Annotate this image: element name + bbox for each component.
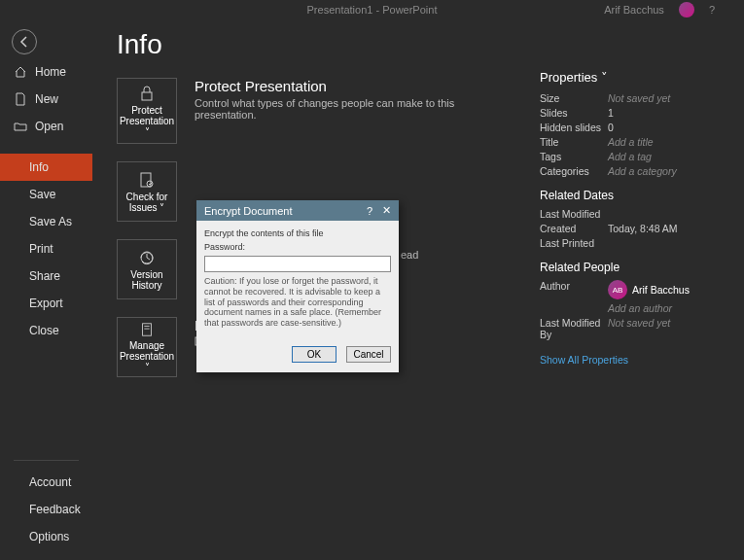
sidebar-item-open[interactable]: Open [0, 113, 92, 140]
dialog-title: Encrypt Document [204, 205, 367, 217]
history-icon [138, 249, 156, 266]
author-pill[interactable]: AB Arif Bacchus [608, 280, 690, 299]
dialog-titlebar[interactable]: Encrypt Document ? ✕ [196, 200, 399, 221]
sidebar-item-info[interactable]: Info [0, 154, 92, 181]
sidebar-item-label: New [35, 92, 58, 106]
section-desc: Control what types of changes people can… [195, 97, 511, 121]
sidebar-item-new[interactable]: New [0, 86, 92, 113]
arrow-left-icon [18, 35, 31, 49]
show-all-properties-link[interactable]: Show All Properties [540, 354, 628, 366]
prop-value: Not saved yet [608, 92, 670, 104]
svg-point-2 [147, 181, 153, 187]
ok-button[interactable]: OK [292, 346, 337, 363]
sidebar: Home New Open Info Save Save As Print Sh… [0, 19, 92, 560]
prop-value: 0 [608, 122, 614, 133]
prop-label: Hidden slides [540, 122, 608, 133]
add-category-button[interactable]: Add a category [608, 165, 677, 177]
author-name: Arif Bacchus [632, 284, 690, 296]
add-title-button[interactable]: Add a title [608, 136, 654, 148]
caution-text: Caution: If you lose or forget the passw… [204, 276, 391, 329]
sidebar-item-label: Open [35, 120, 63, 133]
sidebar-item-label: Close [29, 324, 59, 337]
sidebar-item-label: Home [35, 65, 66, 79]
sidebar-item-label: Share [29, 269, 60, 283]
sidebar-item-save[interactable]: Save [0, 181, 92, 208]
add-tag-button[interactable]: Add a tag [608, 151, 652, 162]
page-title: Info [117, 29, 511, 60]
prop-label: Last Modified By [540, 317, 608, 340]
prop-label: Tags [540, 151, 608, 162]
prop-label: Last Modified [540, 208, 608, 220]
author-avatar: AB [608, 280, 627, 299]
lock-icon [138, 85, 156, 102]
manage-icon [138, 322, 156, 337]
sidebar-item-home[interactable]: Home [0, 58, 92, 86]
dialog-help-button[interactable]: ? [367, 205, 372, 217]
related-dates-header: Related Dates [540, 189, 720, 202]
chevron-down-icon: ˅ [159, 202, 164, 213]
sidebar-item-label: Print [29, 242, 53, 256]
prop-value: Not saved yet [608, 317, 670, 340]
close-icon[interactable]: ✕ [382, 204, 391, 217]
sidebar-item-export[interactable]: Export [0, 290, 92, 317]
help-icon[interactable]: ? [709, 4, 715, 16]
prop-label: Categories [540, 165, 608, 177]
dialog-text: Encrypt the contents of this file [204, 228, 391, 238]
new-icon [14, 92, 27, 106]
sidebar-item-options[interactable]: Options [0, 523, 92, 550]
prop-label: Author [540, 280, 608, 299]
chevron-down-icon: ˅ [601, 70, 608, 85]
protect-presentation-button[interactable]: ProtectPresentation ˅ [117, 78, 177, 144]
password-input[interactable] [204, 256, 391, 272]
cancel-button[interactable]: Cancel [346, 346, 391, 363]
sidebar-item-label: Feedback [29, 503, 81, 516]
chevron-down-icon: ˅ [145, 362, 150, 372]
window-title: Presentation1 - PowerPoint [307, 4, 438, 16]
back-button[interactable] [12, 29, 37, 54]
sidebar-item-save-as[interactable]: Save As [0, 208, 92, 235]
encrypt-document-dialog: Encrypt Document ? ✕ Encrypt the content… [196, 200, 399, 372]
svg-rect-0 [142, 92, 152, 100]
section-heading: Protect Presentation [195, 78, 511, 94]
titlebar: Presentation1 - PowerPoint Arif Bacchus … [0, 0, 744, 19]
version-history-button[interactable]: VersionHistory [117, 239, 177, 299]
check-for-issues-button[interactable]: Check forIssues ˅ [117, 161, 177, 222]
prop-label: Created [540, 223, 608, 234]
prop-label: Title [540, 136, 608, 148]
chevron-down-icon: ˅ [145, 126, 150, 137]
prop-value: Today, 8:48 AM [608, 223, 678, 234]
sidebar-item-account[interactable]: Account [0, 469, 92, 496]
avatar[interactable] [679, 2, 694, 18]
sidebar-item-label: Account [29, 475, 71, 489]
sidebar-item-label: Info [29, 160, 49, 174]
sidebar-item-label: Save As [29, 215, 72, 228]
user-name-label: Arif Bacchus [604, 4, 664, 16]
sidebar-item-feedback[interactable]: Feedback [0, 496, 92, 523]
manage-presentation-button[interactable]: ManagePresentation ˅ [117, 317, 177, 377]
sidebar-item-label: Export [29, 297, 63, 310]
sidebar-item-share[interactable]: Share [0, 262, 92, 290]
add-author-button[interactable]: Add an author [608, 302, 672, 314]
sidebar-item-print[interactable]: Print [0, 235, 92, 262]
open-icon [14, 120, 27, 133]
related-people-header: Related People [540, 261, 720, 274]
check-document-icon [138, 171, 156, 189]
svg-rect-4 [143, 324, 152, 335]
prop-label: Last Printed [540, 237, 608, 249]
properties-dropdown[interactable]: Properties ˅ [540, 70, 720, 85]
prop-value: 1 [608, 107, 614, 119]
prop-label: Size [540, 92, 608, 104]
obscured-text: ead [401, 249, 418, 261]
password-label: Password: [204, 242, 391, 252]
divider [14, 460, 79, 461]
sidebar-item-label: Options [29, 530, 69, 543]
home-icon [14, 65, 27, 79]
sidebar-item-label: Save [29, 188, 55, 201]
prop-label: Slides [540, 107, 608, 119]
sidebar-item-close[interactable]: Close [0, 317, 92, 344]
